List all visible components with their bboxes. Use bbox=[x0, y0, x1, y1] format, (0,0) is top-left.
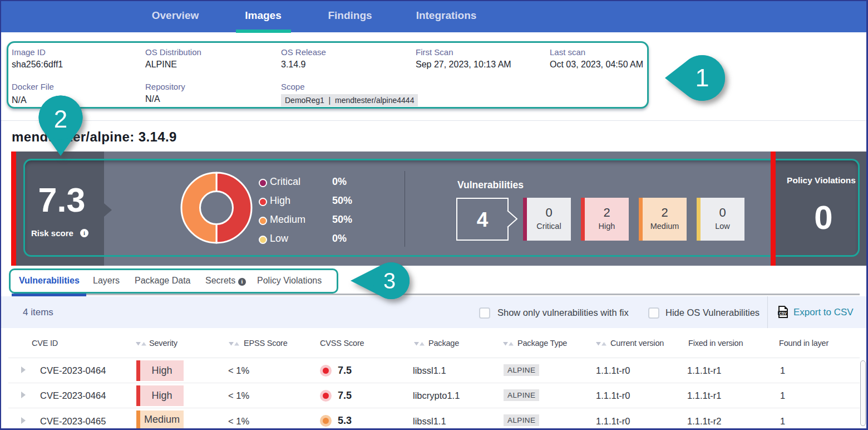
svg-text:CSV: CSV bbox=[779, 311, 787, 315]
svg-text:1: 1 bbox=[695, 63, 709, 92]
svg-text:2: 2 bbox=[54, 105, 67, 133]
svg-text:3: 3 bbox=[383, 268, 396, 293]
